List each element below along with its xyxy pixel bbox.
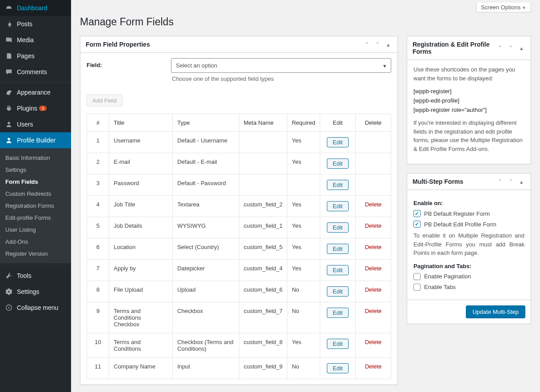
sidebar-item-pages[interactable]: Pages [0,48,71,64]
sidebar-item-label: Dashboard [17,4,48,12]
row-meta: custom_field_5 [239,238,287,260]
submenu-item-registration-forms[interactable]: Registration Forms [0,200,71,212]
row-title: Job Title [109,196,173,217]
screen-options-button[interactable]: Screen Options [476,3,531,12]
svg-point-5 [8,291,10,293]
registration-forms-box: Registration & Edit Profile Forms ˄ ˅ ▴ … [407,36,531,164]
delete-link[interactable]: Delete [365,286,382,293]
admin-sidebar: DashboardPostsMediaPagesCommentsAppearan… [0,0,71,392]
sidebar-item-label: Collapse menu [17,304,58,311]
submenu-item-settings[interactable]: Settings [0,164,71,176]
submenu-item-custom-redirects[interactable]: Custom Redirects [0,188,71,200]
checkbox-label: PB Default Edit Profile Form [424,221,496,228]
sidebar-item-label: Settings [17,288,40,295]
row-required: Yes [287,153,320,174]
row-title: Terms and Conditions [109,333,173,358]
checkbox-enable-tabs[interactable] [413,284,421,291]
row-title: File Upload [109,281,173,302]
sidebar-item-collapse-menu[interactable]: Collapse menu [0,300,71,316]
chevron-down-icon[interactable]: ˅ [373,41,381,48]
svg-point-2 [10,91,11,92]
chevron-up-icon[interactable]: ˄ [496,45,504,51]
row-required: Yes [287,238,320,260]
sidebar-item-label: Profile Builder [17,137,56,144]
row-type: Checkbox (Terms and Conditions) [173,333,239,358]
collapse-icon [4,303,13,312]
row-type: Default - Password [173,174,239,196]
edit-button[interactable]: Edit [327,158,348,169]
edit-button[interactable]: Edit [327,222,348,233]
row-meta [239,174,287,196]
row-type: Select (Country) [173,238,239,260]
chevron-up-icon[interactable]: ˄ [496,178,504,185]
delete-link[interactable]: Delete [365,339,382,345]
checkbox-label: Enable Tabs [424,284,456,290]
sidebar-item-posts[interactable]: Posts [0,16,71,32]
row-number: 11 [87,358,109,379]
row-required: Yes [287,196,320,217]
edit-button[interactable]: Edit [327,363,348,373]
sidebar-item-tools[interactable]: Tools [0,265,71,284]
edit-button[interactable]: Edit [327,339,348,349]
caret-up-icon[interactable]: ▴ [517,178,525,185]
update-badge: 3 [39,106,47,111]
multistep-forms-box: Multi-Step Forms ˄ ˅ ▴ Enable on: PB Def… [407,173,531,324]
submenu-item-add-ons[interactable]: Add-Ons [0,236,71,248]
chevron-up-icon[interactable]: ˄ [363,41,371,48]
shortcode: [wppb-register] [413,88,524,95]
caret-up-icon[interactable]: ▴ [517,45,525,51]
ms-note: To enable it on Multiple Registration an… [413,231,524,257]
submenu-item-user-listing[interactable]: User Listing [0,224,71,236]
table-row: 11Company NameInputcustom_field_9NoEditD… [87,358,391,379]
sidebar-item-label: Media [17,36,34,44]
chevron-down-icon[interactable]: ˅ [507,45,515,51]
delete-link[interactable]: Delete [365,244,382,250]
delete-link[interactable]: Delete [365,201,382,208]
field-type-select[interactable]: Select an option [171,58,391,73]
row-meta: custom_field_1 [239,217,287,238]
sidebar-item-dashboard[interactable]: Dashboard [0,0,71,16]
add-field-button: Add Field [87,95,123,107]
row-meta: custom_field_4 [239,260,287,281]
sidebar-item-comments[interactable]: Comments [0,64,71,80]
field-hint: Choose one of the supported field types [171,75,391,82]
sidebar-item-users[interactable]: Users [0,116,71,132]
sidebar-item-profile-builder[interactable]: Profile Builder [0,132,71,148]
sidebar-item-plugins[interactable]: Plugins3 [0,100,71,116]
row-meta: custom_field_6 [239,281,287,302]
sidebar-item-label: Tools [17,272,32,279]
update-multistep-button[interactable]: Update Multi-Step [466,305,525,318]
submenu-item-edit-profile-forms[interactable]: Edit-profile Forms [0,212,71,224]
shortcode: [wppb-edit-profile] [413,97,524,104]
edit-button[interactable]: Edit [327,180,348,190]
row-required: Yes [287,217,320,238]
checkbox-editprofile-form[interactable] [413,221,421,228]
submenu-item-form-fields[interactable]: Form Fields [0,176,71,188]
delete-link[interactable]: Delete [365,308,382,314]
delete-link[interactable]: Delete [365,222,382,229]
submenu-item-basic-information[interactable]: Basic Information [0,152,71,164]
edit-button[interactable]: Edit [327,137,348,147]
edit-button[interactable]: Edit [327,265,348,275]
th-required: Required [287,114,320,132]
checkbox-register-form[interactable] [413,210,421,217]
checkbox-enable-pagination[interactable] [413,273,421,280]
table-row: 3PasswordDefault - PasswordEdit [87,174,391,196]
caret-up-icon[interactable]: ▴ [384,41,392,48]
sidebar-item-appearance[interactable]: Appearance [0,82,71,100]
main-content: Screen Options Manage Form Fields Form F… [71,0,540,392]
row-type: Upload [173,281,239,302]
row-number: 9 [87,302,109,333]
chevron-down-icon[interactable]: ˅ [507,178,515,185]
sidebar-item-media[interactable]: Media [0,32,71,48]
edit-button[interactable]: Edit [327,201,348,211]
delete-link[interactable]: Delete [365,265,382,272]
svg-point-1 [8,91,9,91]
delete-link[interactable]: Delete [365,363,382,370]
sidebar-item-settings[interactable]: Settings [0,284,71,300]
row-required: Yes [287,333,320,358]
edit-button[interactable]: Edit [327,286,348,297]
edit-button[interactable]: Edit [327,244,348,254]
submenu-item-register-version[interactable]: Register Version [0,248,71,260]
edit-button[interactable]: Edit [327,308,348,318]
